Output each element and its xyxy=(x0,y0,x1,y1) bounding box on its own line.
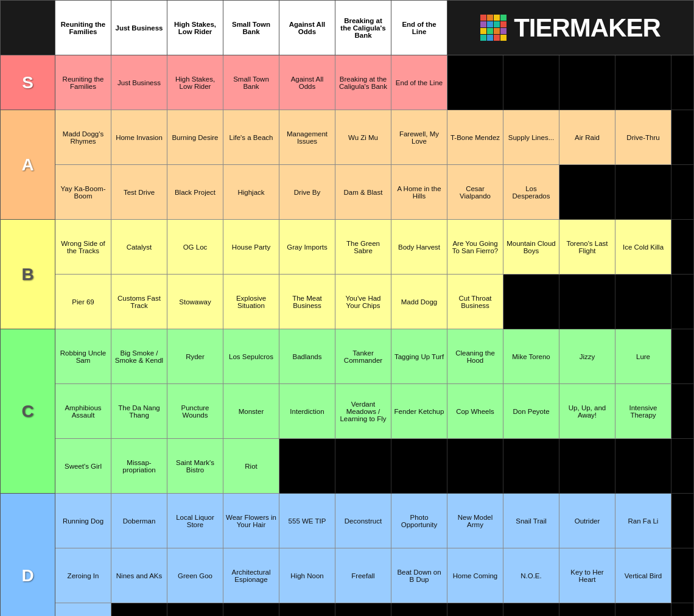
a1-item-3: Burning Desire xyxy=(167,110,223,165)
s-item-5: Against All Odds xyxy=(279,55,335,110)
tier-d-row-1: D Running Dog Doberman Local Liquor Stor… xyxy=(1,494,694,548)
b1-item-6: The Green Sabre xyxy=(335,220,391,275)
s-black-2 xyxy=(503,55,559,110)
c2-item-3: Puncture Wounds xyxy=(167,384,223,439)
a1-item-9: Supply Lines... xyxy=(503,110,559,165)
d2-item-1: Zeroing In xyxy=(55,548,111,603)
b1-item-3: OG Loc xyxy=(167,220,223,275)
b1-item-10: Toreno's Last Flight xyxy=(559,220,615,275)
c2-item-9: Don Peyote xyxy=(503,384,559,439)
d1-item-6: Deconstruct xyxy=(335,494,391,548)
c1-item-6: Tanker Commander xyxy=(335,329,391,384)
c1-item-1: Robbing Uncle Sam xyxy=(55,329,111,384)
a1-item-6: Wu Zi Mu xyxy=(335,110,391,165)
b2-item-3: Stowaway xyxy=(167,275,223,329)
c2-item-10: Up, Up, and Away! xyxy=(559,384,615,439)
a1-item-11: Drive-Thru xyxy=(615,110,671,165)
d2-item-5: High Noon xyxy=(279,548,335,603)
a1-item-8: T-Bone Mendez xyxy=(447,110,503,165)
tier-d-label: D xyxy=(1,494,55,617)
c2-black-1 xyxy=(671,384,694,439)
tier-table: Reuniting the Families Just Business Hig… xyxy=(0,0,694,616)
tier-b-row-2: Pier 69 Customs Fast Track Stowaway Expl… xyxy=(1,275,694,329)
tier-b-row-1: B Wrong Side of the Tracks Catalyst OG L… xyxy=(1,220,694,275)
d1-item-2: Doberman xyxy=(111,494,167,548)
header-item-4: Small Town Bank xyxy=(223,1,279,55)
s-item-4: Small Town Bank xyxy=(223,55,279,110)
s-item-7: End of the Line xyxy=(391,55,447,110)
d3-black-2 xyxy=(167,603,223,617)
s-item-6: Breaking at the Caligula's Bank xyxy=(335,55,391,110)
b2-item-2: Customs Fast Track xyxy=(111,275,167,329)
d1-item-7: Photo Opportunity xyxy=(391,494,447,548)
c3-item-2: Missap-propriation xyxy=(111,439,167,494)
d3-black-4 xyxy=(279,603,335,617)
a1-item-10: Air Raid xyxy=(559,110,615,165)
d3-black-6 xyxy=(391,603,447,617)
c1-item-2: Big Smoke / Smoke & Kendl xyxy=(111,329,167,384)
c3-black-1 xyxy=(279,439,335,494)
a2-item-3: Black Project xyxy=(167,165,223,220)
b2-black-1 xyxy=(503,275,559,329)
d2-item-4: Architectural Espionage xyxy=(223,548,279,603)
c3-black-7 xyxy=(615,439,671,494)
d1-item-8: New Model Army xyxy=(447,494,503,548)
b2-item-5: The Meat Business xyxy=(279,275,335,329)
c1-item-5: Badlands xyxy=(279,329,335,384)
c1-item-10: Jizzy xyxy=(559,329,615,384)
d1-item-11: Ran Fa Li xyxy=(615,494,671,548)
d2-item-3: Green Goo xyxy=(167,548,223,603)
b2-item-7: Madd Dogg xyxy=(391,275,447,329)
c1-item-11: Lure xyxy=(615,329,671,384)
c3-black-8 xyxy=(671,439,694,494)
b2-item-6: You've Had Your Chips xyxy=(335,275,391,329)
c3-black-6 xyxy=(559,439,615,494)
a2-item-9: Los Desperados xyxy=(503,165,559,220)
d3-black-8 xyxy=(503,603,559,617)
a1-item-7: Farewell, My Love xyxy=(391,110,447,165)
header-item-5: Against All Odds xyxy=(279,1,335,55)
s-black-5 xyxy=(671,55,694,110)
s-item-3: High Stakes, Low Rider xyxy=(167,55,223,110)
tier-a-label: A xyxy=(1,110,55,220)
s-black-1 xyxy=(447,55,503,110)
c3-item-1: Sweet's Girl xyxy=(55,439,111,494)
tier-c-row-1: C Robbing Uncle Sam Big Smoke / Smoke & … xyxy=(1,329,694,384)
d3-item-1: Grove 4 Life xyxy=(55,603,111,617)
c1-item-9: Mike Toreno xyxy=(503,329,559,384)
c3-item-3: Saint Mark's Bistro xyxy=(167,439,223,494)
tier-b-label: B xyxy=(1,220,55,329)
c2-item-4: Monster xyxy=(223,384,279,439)
c2-item-8: Cop Wheels xyxy=(447,384,503,439)
b1-item-5: Gray Imports xyxy=(279,220,335,275)
tier-c-row-3: Sweet's Girl Missap-propriation Saint Ma… xyxy=(1,439,694,494)
tier-c-row-2: Amphibious Assault The Da Nang Thang Pun… xyxy=(1,384,694,439)
a2-item-8: Cesar Vialpando xyxy=(447,165,503,220)
d2-item-8: Home Coming xyxy=(447,548,503,603)
a2-black-1 xyxy=(559,165,615,220)
header-item-6: Breaking at the Caligula's Bank xyxy=(335,1,391,55)
b2-item-4: Explosive Situation xyxy=(223,275,279,329)
header-empty xyxy=(1,1,55,55)
d3-black-10 xyxy=(615,603,671,617)
tier-d-row-3: Grove 4 Life xyxy=(1,603,694,617)
d1-item-9: Snail Trail xyxy=(503,494,559,548)
a1-item-2: Home Invasion xyxy=(111,110,167,165)
b1-black-1 xyxy=(671,220,694,275)
header-item-7: End of the Line xyxy=(391,1,447,55)
b1-item-4: House Party xyxy=(223,220,279,275)
d3-black-9 xyxy=(559,603,615,617)
header-row: Reuniting the Families Just Business Hig… xyxy=(1,1,694,55)
header-item-1: Reuniting the Families xyxy=(55,1,111,55)
a2-item-7: A Home in the Hills xyxy=(391,165,447,220)
c3-black-4 xyxy=(447,439,503,494)
d1-item-1: Running Dog xyxy=(55,494,111,548)
a1-item-1: Madd Dogg's Rhymes xyxy=(55,110,111,165)
c2-item-11: Intensive Therapy xyxy=(615,384,671,439)
tier-a-row-1: A Madd Dogg's Rhymes Home Invasion Burni… xyxy=(1,110,694,165)
d1-black-1 xyxy=(671,494,694,548)
a2-item-4: Highjack xyxy=(223,165,279,220)
c1-item-4: Los Sepulcros xyxy=(223,329,279,384)
d1-item-10: Outrider xyxy=(559,494,615,548)
d2-item-2: Nines and AKs xyxy=(111,548,167,603)
